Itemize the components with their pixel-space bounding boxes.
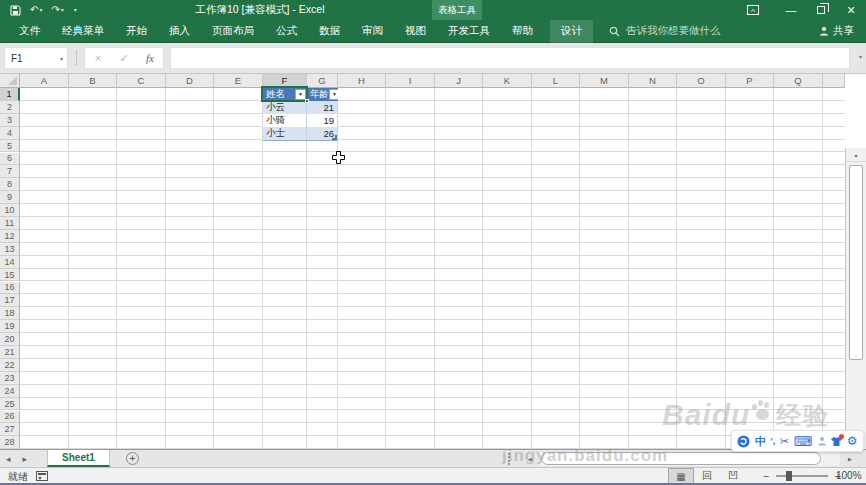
row-header-28[interactable]: 28 [0, 436, 20, 449]
page-layout-view-button[interactable]: 回 [694, 468, 720, 484]
row-header-16[interactable]: 16 [0, 282, 20, 295]
row-header-10[interactable]: 10 [0, 204, 20, 217]
row-header-19[interactable]: 19 [0, 320, 20, 333]
row-header-13[interactable]: 13 [0, 243, 20, 256]
redo-button[interactable]: ↷▾ [51, 5, 63, 15]
zoom-slider-thumb[interactable] [786, 471, 792, 481]
ime-punctuation-toggle[interactable]: ’, [770, 437, 775, 446]
table-resize-handle[interactable] [332, 135, 337, 140]
column-header-E[interactable]: E [214, 74, 263, 88]
row-header-22[interactable]: 22 [0, 359, 20, 372]
restore-button[interactable] [806, 0, 836, 20]
row-header-7[interactable]: 7 [0, 165, 20, 178]
row-header-4[interactable]: 4 [0, 127, 20, 140]
column-header-P[interactable]: P [726, 74, 774, 88]
confirm-entry-button[interactable]: ✓ [111, 52, 137, 65]
vertical-scroll-thumb[interactable] [849, 165, 863, 360]
row-header-12[interactable]: 12 [0, 230, 20, 243]
tab-view[interactable]: 视图 [394, 20, 437, 43]
table-cell[interactable]: 19 [307, 114, 338, 127]
ribbon-display-options-button[interactable] [738, 0, 768, 20]
scroll-left-button[interactable]: ◀ [522, 451, 538, 467]
table-cell[interactable]: 小云 [263, 101, 307, 114]
column-header-B[interactable]: B [69, 74, 117, 88]
table-header-cell[interactable]: 年龄▼ [307, 88, 338, 101]
zoom-out-button[interactable]: − [760, 470, 772, 482]
row-header-27[interactable]: 27 [0, 423, 20, 436]
column-header-D[interactable]: D [166, 74, 214, 88]
tab-home[interactable]: 开始 [115, 20, 158, 43]
tell-me-search[interactable]: 告诉我你想要做什么 [609, 24, 721, 38]
ime-logo-icon[interactable] [737, 435, 750, 448]
column-header-F[interactable]: F [263, 74, 307, 88]
cancel-entry-button[interactable]: × [85, 52, 111, 64]
new-sheet-button[interactable]: + [126, 452, 139, 465]
tab-formulas[interactable]: 公式 [265, 20, 308, 43]
scroll-up-button[interactable]: ▲ [846, 148, 866, 162]
row-header-8[interactable]: 8 [0, 178, 20, 191]
row-header-11[interactable]: 11 [0, 217, 20, 230]
tab-data[interactable]: 数据 [308, 20, 351, 43]
sheet-nav-left-button[interactable]: ◂ [0, 450, 17, 467]
ime-clipboard-icon[interactable]: ✂ [780, 436, 789, 447]
column-header-A[interactable]: A [20, 74, 69, 88]
horizontal-scroll-thumb[interactable] [541, 452, 821, 465]
row-header-9[interactable]: 9 [0, 191, 20, 204]
select-all-corner[interactable] [0, 74, 20, 88]
close-button[interactable]: × [836, 0, 866, 20]
sheet-tab-sheet1[interactable]: Sheet1 [47, 450, 110, 467]
ime-user-icon[interactable] [817, 436, 827, 446]
tab-insert[interactable]: 插入 [158, 20, 201, 43]
tab-review[interactable]: 审阅 [351, 20, 394, 43]
filter-button[interactable]: ▼ [329, 89, 338, 100]
ime-skin-icon[interactable] [831, 437, 842, 446]
horizontal-scroll-track[interactable] [539, 452, 840, 466]
row-header-5[interactable]: 5 [0, 140, 20, 153]
formula-bar-expand-icon[interactable]: ▾ [859, 53, 862, 60]
ime-language-toggle[interactable]: 中 [755, 436, 766, 447]
table-cell[interactable]: 小骑 [263, 114, 307, 127]
formula-input[interactable] [170, 47, 850, 69]
zoom-percentage[interactable]: 100% [836, 470, 862, 481]
column-header-Q[interactable]: Q [774, 74, 823, 88]
column-header-K[interactable]: K [483, 74, 532, 88]
tab-help[interactable]: 帮助 [501, 20, 544, 43]
column-header-I[interactable]: I [386, 74, 435, 88]
column-header-partial[interactable] [823, 74, 845, 88]
column-header-M[interactable]: M [580, 74, 629, 88]
column-header-N[interactable]: N [629, 74, 677, 88]
column-header-L[interactable]: L [532, 74, 580, 88]
table-cell[interactable]: 小士 [263, 127, 307, 140]
tab-file[interactable]: 文件 [8, 20, 51, 43]
tab-classic-menu[interactable]: 经典菜单 [51, 20, 115, 43]
sheet-nav-right-button[interactable]: ▸ [17, 450, 34, 467]
column-header-C[interactable]: C [117, 74, 166, 88]
page-break-view-button[interactable]: 凹 [720, 468, 746, 484]
row-header-23[interactable]: 23 [0, 372, 20, 385]
save-button[interactable] [10, 5, 21, 16]
insert-function-button[interactable]: fx [137, 52, 163, 64]
filter-button[interactable]: ▼ [295, 89, 306, 100]
customize-qat-button[interactable]: ▾ [73, 7, 77, 13]
zoom-slider-track[interactable] [776, 475, 828, 477]
table-cell[interactable]: 21 [307, 101, 338, 114]
row-header-15[interactable]: 15 [0, 269, 20, 282]
column-header-J[interactable]: J [435, 74, 483, 88]
row-header-2[interactable]: 2 [0, 101, 20, 114]
column-header-G[interactable]: G [307, 74, 338, 88]
row-header-3[interactable]: 3 [0, 114, 20, 127]
share-button[interactable]: 共享 [819, 24, 854, 38]
cells-area[interactable] [20, 88, 845, 449]
tab-developer[interactable]: 开发工具 [437, 20, 501, 43]
minimize-button[interactable]: — [776, 0, 806, 20]
ime-keyboard-icon[interactable]: ⌨ [794, 435, 813, 448]
row-header-17[interactable]: 17 [0, 294, 20, 307]
tab-design[interactable]: 设计 [550, 20, 593, 43]
row-header-26[interactable]: 26 [0, 411, 20, 424]
undo-button[interactable]: ↶▾ [30, 5, 42, 15]
row-header-21[interactable]: 21 [0, 346, 20, 359]
tab-page-layout[interactable]: 页面布局 [201, 20, 265, 43]
scroll-right-button[interactable]: ▶ [842, 451, 858, 467]
normal-view-button[interactable]: ▦ [668, 468, 694, 484]
row-header-25[interactable]: 25 [0, 398, 20, 411]
